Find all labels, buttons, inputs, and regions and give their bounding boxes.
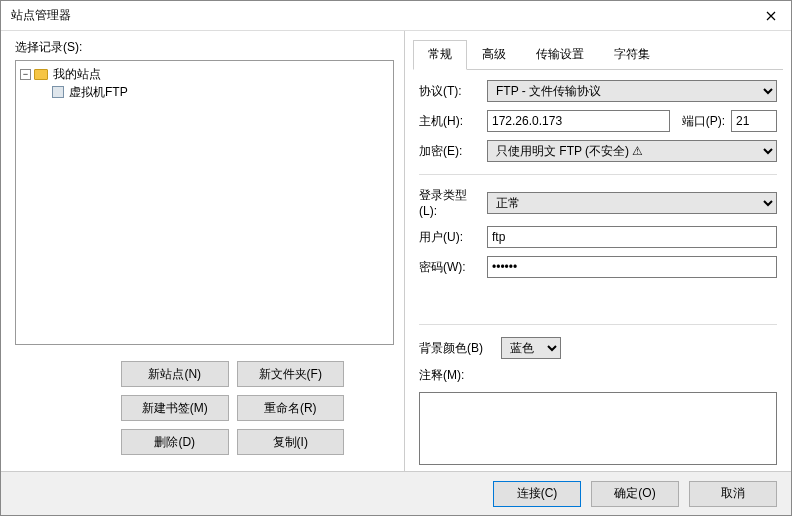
comment-textarea[interactable]	[419, 392, 777, 465]
tree-child-row[interactable]: 虚拟机FTP	[18, 83, 391, 101]
left-button-grid: 新站点(N) 新文件夹(F) 新建书签(M) 重命名(R) 删除(D) 复制(I…	[1, 353, 404, 471]
host-label: 主机(H):	[419, 113, 481, 130]
window-title: 站点管理器	[11, 7, 71, 24]
logon-type-label: 登录类型(L):	[419, 187, 481, 218]
ok-button[interactable]: 确定(O)	[591, 481, 679, 507]
tab-advanced[interactable]: 高级	[467, 40, 521, 70]
delete-button[interactable]: 删除(D)	[121, 429, 229, 455]
new-bookmark-button[interactable]: 新建书签(M)	[121, 395, 229, 421]
protocol-select[interactable]: FTP - 文件传输协议	[487, 80, 777, 102]
general-form: 协议(T): FTP - 文件传输协议 主机(H): 端口(P): 加密(E):…	[405, 70, 791, 471]
tab-general[interactable]: 常规	[413, 40, 467, 70]
comment-label: 注释(M):	[419, 367, 464, 384]
server-icon	[52, 86, 64, 98]
bgcolor-label: 背景颜色(B)	[419, 340, 495, 357]
select-record-label: 选择记录(S):	[1, 31, 404, 60]
rename-button[interactable]: 重命名(R)	[237, 395, 345, 421]
separator-2	[419, 324, 777, 325]
separator	[419, 174, 777, 175]
host-input[interactable]	[487, 110, 670, 132]
close-icon	[766, 11, 776, 21]
user-label: 用户(U):	[419, 229, 481, 246]
left-panel: 选择记录(S): − 我的站点 虚拟机FTP 新站点(N) 新文件夹(F) 新建…	[1, 31, 405, 471]
site-tree[interactable]: − 我的站点 虚拟机FTP	[15, 60, 394, 345]
cancel-button[interactable]: 取消	[689, 481, 777, 507]
bgcolor-select[interactable]: 蓝色	[501, 337, 561, 359]
port-input[interactable]	[731, 110, 777, 132]
folder-icon	[34, 69, 48, 80]
tab-charset[interactable]: 字符集	[599, 40, 665, 70]
password-label: 密码(W):	[419, 259, 481, 276]
connect-button[interactable]: 连接(C)	[493, 481, 581, 507]
copy-button[interactable]: 复制(I)	[237, 429, 345, 455]
close-button[interactable]	[751, 1, 791, 31]
dialog-body: 选择记录(S): − 我的站点 虚拟机FTP 新站点(N) 新文件夹(F) 新建…	[1, 31, 791, 471]
right-panel: 常规 高级 传输设置 字符集 协议(T): FTP - 文件传输协议 主机(H)…	[405, 31, 791, 471]
protocol-label: 协议(T):	[419, 83, 481, 100]
logon-type-select[interactable]: 正常	[487, 192, 777, 214]
password-input[interactable]	[487, 256, 777, 278]
tab-bar: 常规 高级 传输设置 字符集	[413, 39, 783, 70]
new-site-button[interactable]: 新站点(N)	[121, 361, 229, 387]
titlebar: 站点管理器	[1, 1, 791, 31]
tab-transfer[interactable]: 传输设置	[521, 40, 599, 70]
footer: 连接(C) 确定(O) 取消	[1, 471, 791, 515]
encryption-select[interactable]: 只使用明文 FTP (不安全) ⚠	[487, 140, 777, 162]
port-label: 端口(P):	[682, 113, 725, 130]
site-manager-window: 站点管理器 选择记录(S): − 我的站点 虚拟机FTP 新站点(N)	[0, 0, 792, 516]
tree-root-label: 我的站点	[51, 66, 103, 83]
new-folder-button[interactable]: 新文件夹(F)	[237, 361, 345, 387]
collapse-icon[interactable]: −	[20, 69, 31, 80]
spacer	[419, 286, 777, 312]
user-input[interactable]	[487, 226, 777, 248]
encryption-label: 加密(E):	[419, 143, 481, 160]
tree-root-row[interactable]: − 我的站点	[18, 65, 391, 83]
tree-child-label: 虚拟机FTP	[67, 84, 130, 101]
